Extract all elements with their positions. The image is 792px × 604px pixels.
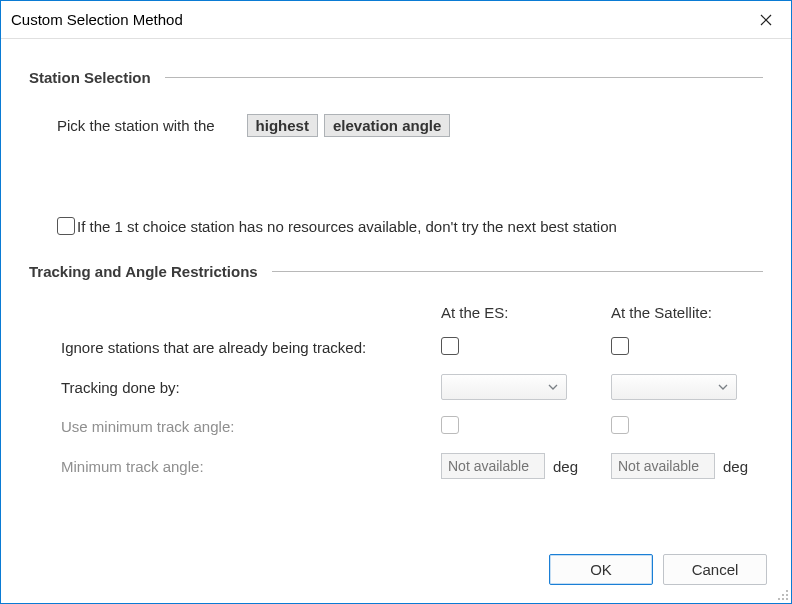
section-divider: [272, 271, 763, 272]
svg-point-4: [786, 594, 788, 596]
pick-order-selector[interactable]: highest: [247, 114, 318, 137]
column-header-es: At the ES:: [441, 304, 611, 321]
unit-label: deg: [553, 458, 578, 475]
dialog-content: Station Selection Pick the station with …: [1, 39, 791, 603]
pick-selectors: highest elevation angle: [247, 114, 451, 137]
close-button[interactable]: [743, 5, 789, 35]
row-label-ignore: Ignore stations that are already being t…: [61, 339, 441, 356]
unit-label: deg: [723, 458, 748, 475]
tracking-by-sat-dropdown[interactable]: [611, 374, 737, 400]
section-label: Tracking and Angle Restrictions: [29, 263, 258, 280]
pick-criterion-selector[interactable]: elevation angle: [324, 114, 450, 137]
min-angle-es-input: [441, 453, 545, 479]
fallback-checkbox[interactable]: [57, 217, 75, 235]
window-title: Custom Selection Method: [11, 11, 743, 28]
svg-point-3: [782, 594, 784, 596]
row-label-min-angle: Minimum track angle:: [61, 458, 441, 475]
svg-point-7: [786, 598, 788, 600]
dialog-window: Custom Selection Method Station Selectio…: [0, 0, 792, 604]
tracking-grid: At the ES: At the Satellite: Ignore stat…: [61, 304, 763, 479]
dialog-buttons: OK Cancel: [549, 554, 767, 585]
min-angle-sat-input: [611, 453, 715, 479]
cancel-button[interactable]: Cancel: [663, 554, 767, 585]
fallback-label: If the 1 st choice station has no resour…: [77, 218, 617, 235]
section-station-selection: Station Selection: [29, 69, 763, 86]
row-label-tracking-by: Tracking done by:: [61, 379, 441, 396]
section-divider: [165, 77, 763, 78]
svg-point-6: [782, 598, 784, 600]
section-tracking: Tracking and Angle Restrictions: [29, 263, 763, 280]
use-min-angle-es-checkbox: [441, 416, 459, 434]
title-bar: Custom Selection Method: [1, 1, 791, 39]
svg-point-2: [786, 590, 788, 592]
ignore-sat-checkbox[interactable]: [611, 337, 629, 355]
pick-lead-label: Pick the station with the: [57, 117, 215, 134]
fallback-row: If the 1 st choice station has no resour…: [57, 217, 763, 235]
ignore-es-checkbox[interactable]: [441, 337, 459, 355]
use-min-angle-sat-checkbox: [611, 416, 629, 434]
section-label: Station Selection: [29, 69, 151, 86]
row-label-use-min-angle: Use minimum track angle:: [61, 418, 441, 435]
ok-button[interactable]: OK: [549, 554, 653, 585]
chevron-down-icon: [548, 384, 558, 390]
tracking-by-es-dropdown[interactable]: [441, 374, 567, 400]
svg-point-5: [778, 598, 780, 600]
column-header-sat: At the Satellite:: [611, 304, 781, 321]
chevron-down-icon: [718, 384, 728, 390]
close-icon: [760, 14, 772, 26]
resize-grip[interactable]: [775, 587, 789, 601]
pick-row: Pick the station with the highest elevat…: [57, 114, 763, 137]
